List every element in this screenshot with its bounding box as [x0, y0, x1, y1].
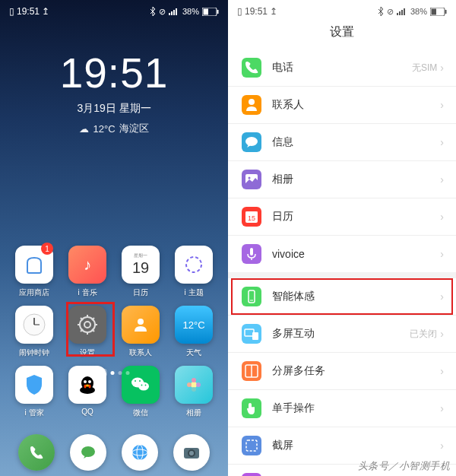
svg-point-41 [132, 445, 147, 460]
battery-icon [202, 8, 219, 16]
app-theme[interactable]: i 主题 [170, 246, 217, 298]
app-calendar[interactable]: 星期一 19 日历 [117, 246, 164, 298]
chevron-right-icon: › [440, 328, 444, 340]
svg-point-7 [186, 257, 201, 272]
settings-item-信息[interactable]: 信息› [228, 124, 456, 161]
settings-item-icon [242, 170, 261, 189]
svg-point-25 [88, 380, 91, 383]
settings-item-icon [242, 473, 261, 476]
app-row: 闹钟时钟 设置 联系人 12°C 天气 [11, 306, 217, 358]
svg-rect-1 [171, 11, 173, 15]
svg-rect-62 [249, 290, 255, 303]
svg-point-35 [191, 382, 197, 388]
svg-rect-48 [399, 11, 401, 15]
svg-point-33 [141, 385, 143, 386]
settings-item-电话[interactable]: 电话无SIM› [228, 49, 456, 87]
clock-area: 19:51 3月19日 星期一 ☁ 12°C 海淀区 [0, 49, 228, 135]
app-gallery[interactable]: 相册 [170, 366, 217, 418]
settings-item-icon [242, 58, 261, 78]
settings-item-icon [242, 287, 261, 306]
bluetooth-icon [150, 7, 156, 16]
svg-rect-2 [173, 10, 175, 15]
app-contacts[interactable]: 联系人 [117, 306, 164, 358]
chevron-right-icon: › [440, 402, 444, 414]
settings-item-label: 多屏互动 [272, 327, 410, 341]
weather-icon: ☁ [79, 123, 89, 135]
chevron-right-icon: › [440, 173, 444, 186]
svg-text:15: 15 [248, 214, 255, 222]
app-music[interactable]: ♪ i 音乐 [64, 246, 111, 298]
watermark: 头条号／小智测手机 [358, 459, 451, 473]
app-clock[interactable]: 闹钟时钟 [11, 306, 58, 358]
dock-camera[interactable] [173, 434, 210, 471]
svg-point-34 [145, 385, 147, 386]
settings-item-智能体感[interactable]: 智能体感› [228, 278, 456, 316]
settings-item-icon [242, 244, 261, 264]
settings-item-分屏多任务[interactable]: 分屏多任务› [228, 353, 456, 390]
signal-icon [169, 8, 179, 15]
settings-item-日历[interactable]: 15日历› [228, 198, 456, 236]
settings-list[interactable]: 电话无SIM›联系人›信息›相册›15日历›vivoice›智能体感›多屏互动已… [228, 49, 456, 476]
settings-group: 电话无SIM›联系人›信息›相册›15日历›vivoice› [228, 49, 456, 272]
settings-group: 智能体感›多屏互动已关闭›分屏多任务›单手操作›截屏›应用分身›快捷启动› [228, 272, 456, 476]
svg-rect-47 [397, 13, 398, 15]
svg-rect-49 [401, 10, 403, 15]
lock-weather: ☁ 12°C 海淀区 [0, 122, 228, 135]
svg-rect-6 [217, 10, 219, 14]
app-grid: 1 应用商店 ♪ i 音乐 星期一 19 日历 i 主题 [0, 246, 228, 426]
app-weather[interactable]: 12°C 天气 [170, 306, 217, 358]
status-bar-right: ▯ 19:51 ↥ ⊘ 38% [228, 0, 456, 18]
dock-browser[interactable] [122, 434, 158, 471]
signal-icon [397, 8, 407, 15]
chevron-right-icon: › [440, 248, 444, 260]
svg-rect-53 [445, 10, 447, 14]
status-time: 19:51 [245, 6, 268, 17]
settings-item-label: 联系人 [272, 98, 440, 112]
settings-item-icon [242, 398, 261, 418]
app-row: 1 应用商店 ♪ i 音乐 星期一 19 日历 i 主题 [11, 246, 217, 298]
svg-point-32 [139, 380, 141, 382]
settings-item-label: 相册 [272, 173, 440, 186]
dock-messages[interactable] [70, 434, 106, 471]
svg-point-21 [138, 319, 144, 325]
settings-item-联系人[interactable]: 联系人› [228, 87, 456, 124]
dock-phone[interactable] [18, 434, 55, 471]
svg-point-46 [189, 451, 194, 455]
settings-item-value: 已关闭 [410, 328, 437, 341]
settings-item-vivoice[interactable]: vivoice› [228, 236, 456, 272]
chevron-right-icon: › [440, 365, 444, 377]
settings-item-icon [242, 95, 261, 115]
svg-point-31 [135, 380, 136, 382]
svg-rect-0 [169, 13, 170, 15]
app-store[interactable]: 1 应用商店 [11, 246, 58, 298]
chevron-right-icon: › [440, 99, 444, 111]
page-indicator [99, 369, 130, 377]
svg-rect-50 [404, 8, 405, 15]
svg-point-39 [187, 382, 192, 387]
svg-rect-68 [246, 440, 257, 451]
svg-point-24 [84, 380, 87, 383]
sim-icon: ▯ [237, 6, 242, 17]
settings-item-icon [242, 436, 261, 455]
app-settings[interactable]: 设置 [64, 306, 111, 358]
settings-item-单手操作[interactable]: 单手操作› [228, 390, 456, 427]
settings-item-icon [242, 361, 261, 381]
svg-rect-52 [432, 8, 437, 14]
battery-pct: 38% [182, 7, 199, 16]
svg-point-57 [249, 177, 251, 179]
svg-point-12 [84, 322, 90, 328]
svg-rect-61 [250, 248, 253, 255]
svg-rect-3 [176, 8, 177, 15]
settings-item-多屏互动[interactable]: 多屏互动已关闭› [228, 316, 456, 353]
lock-date: 3月19日 星期一 [0, 102, 228, 116]
battery-icon [430, 8, 447, 16]
svg-point-40 [81, 446, 95, 457]
svg-rect-65 [252, 332, 258, 340]
app-manager[interactable]: i 管家 [11, 366, 58, 418]
svg-point-36 [192, 378, 196, 382]
chevron-right-icon: › [440, 290, 444, 303]
chevron-right-icon: › [440, 211, 444, 223]
settings-item-相册[interactable]: 相册› [228, 161, 456, 198]
settings-item-label: 单手操作 [272, 401, 440, 415]
settings-item-icon [242, 132, 261, 152]
